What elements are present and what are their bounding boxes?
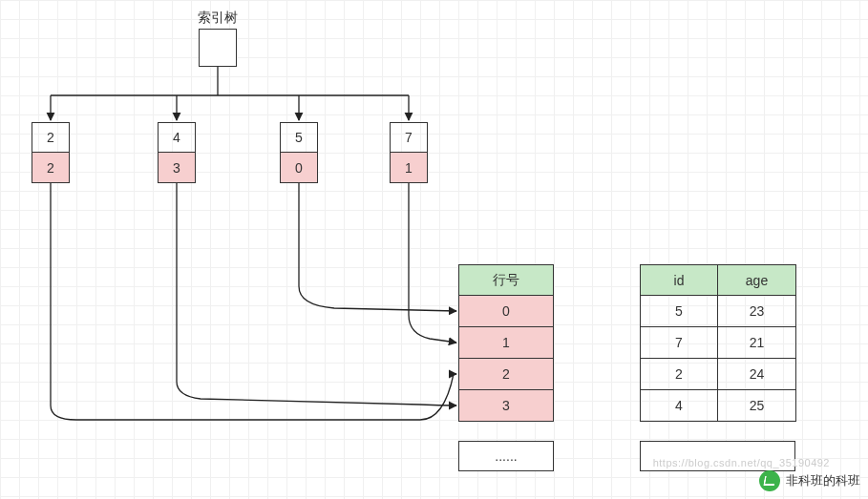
data-header: age xyxy=(718,264,796,296)
watermark-text: 非科班的科班 xyxy=(786,472,860,489)
row-table-more: ...... xyxy=(458,441,554,471)
data-cell: 25 xyxy=(718,390,796,422)
leaf-key: 4 xyxy=(158,122,196,153)
leaf-key: 7 xyxy=(390,122,428,153)
data-col-age: age 23 21 24 25 xyxy=(718,264,796,422)
row-table-cell: 3 xyxy=(458,390,554,422)
data-cell: 7 xyxy=(640,327,718,359)
leaf-ptr: 2 xyxy=(32,153,70,183)
data-table: id 5 7 2 4 age 23 21 24 25 xyxy=(640,264,796,422)
row-table-cell: 0 xyxy=(458,296,554,327)
data-cell: 24 xyxy=(718,359,796,390)
wechat-icon xyxy=(759,470,780,491)
leaf-key: 5 xyxy=(280,122,318,153)
row-table-cell: 1 xyxy=(458,327,554,359)
data-cell: 5 xyxy=(640,296,718,327)
leaf-0: 2 2 xyxy=(32,122,70,183)
data-cell: 23 xyxy=(718,296,796,327)
data-cell: 2 xyxy=(640,359,718,390)
data-col-id: id 5 7 2 4 xyxy=(640,264,718,422)
watermark: 非科班的科班 xyxy=(759,470,860,491)
leaf-2: 5 0 xyxy=(280,122,318,183)
tree-root xyxy=(199,29,237,67)
leaf-ptr: 3 xyxy=(158,153,196,183)
leaf-ptr: 0 xyxy=(280,153,318,183)
data-header: id xyxy=(640,264,718,296)
connectors xyxy=(0,0,868,499)
row-table: 行号 0 1 2 3 xyxy=(458,264,554,422)
leaf-3: 7 1 xyxy=(390,122,428,183)
row-table-cell: 2 xyxy=(458,359,554,390)
leaf-1: 4 3 xyxy=(158,122,196,183)
leaf-ptr: 1 xyxy=(390,153,428,183)
row-table-header: 行号 xyxy=(458,264,554,296)
data-cell: 21 xyxy=(718,327,796,359)
tree-title: 索引树 xyxy=(198,10,238,27)
leaf-key: 2 xyxy=(32,122,70,153)
data-cell: 4 xyxy=(640,390,718,422)
faint-url: https://blog.csdn.net/qq_35190492 xyxy=(653,457,830,468)
